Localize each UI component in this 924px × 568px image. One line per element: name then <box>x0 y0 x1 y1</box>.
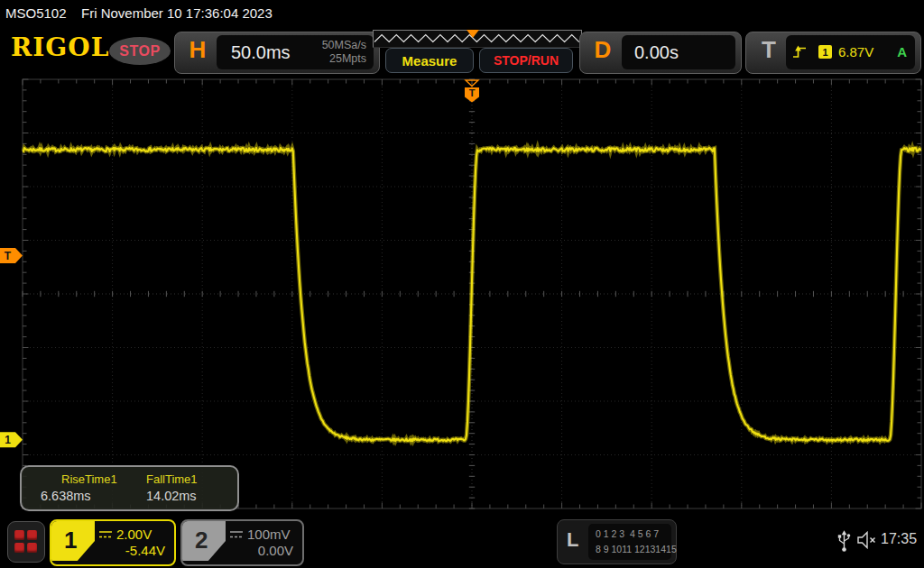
oscilloscope-screen: MSO5102 Fri November 10 17:36:04 2023 RI… <box>0 0 924 568</box>
logic-row2: 8 9 1011 12131415 <box>596 544 677 554</box>
channel1-scale-row: 2.00V <box>98 527 152 542</box>
measurement-panel[interactable]: RiseTime1 6.638ms FallTime1 14.02ms <box>20 465 239 511</box>
channel1-scale: 2.00V <box>116 527 152 542</box>
svg-text:T: T <box>5 250 12 262</box>
waveform-overview-strip[interactable] <box>373 30 582 48</box>
trigger-level-value: 6.87V <box>838 44 873 60</box>
trigger-panel[interactable]: T 1 6.87V A <box>745 32 921 74</box>
svg-text:1: 1 <box>5 434 11 446</box>
datetime-text: Fri November 10 17:36:04 2023 <box>81 5 273 21</box>
svg-text:T: T <box>469 87 476 98</box>
sample-rate-memdepth: 50MSa/s 25Mpts <box>322 39 366 66</box>
trigger-source-badge: 1 <box>818 45 832 59</box>
channel2-offset: 0.00V <box>258 543 293 558</box>
measurement-value: 6.638ms <box>41 489 91 503</box>
quick-menu-button[interactable] <box>7 521 45 563</box>
horizontal-panel[interactable]: H 50.0ms 50MSa/s 25Mpts <box>174 32 380 74</box>
trigger-values: 1 6.87V A <box>786 35 915 69</box>
model-name: MSO5102 <box>5 5 67 21</box>
channel2-block[interactable]: 2 100mV 0.00V <box>180 519 304 566</box>
clock: 17:35 <box>881 531 917 547</box>
graticule[interactable]: T1T <box>0 76 924 514</box>
logic-channels-block[interactable]: L 0 1 2 3 4 5 6 78 9 1011 12131415 <box>557 519 677 564</box>
measurement-value: 14.02ms <box>146 489 197 503</box>
menu-grid-icon <box>14 530 37 553</box>
horizontal-label: H <box>183 36 212 64</box>
delay-panel[interactable]: D 0.00s <box>579 32 742 74</box>
timebase-value: 50.0ms <box>231 42 291 63</box>
measure-button[interactable]: Measure <box>385 48 474 73</box>
rising-edge-trigger-icon <box>792 44 808 60</box>
channel1-number: 1 <box>64 527 77 554</box>
channel2-scale-row: 100mV <box>229 527 291 542</box>
trigger-level-marker[interactable]: T <box>0 248 23 263</box>
channel2-scale: 100mV <box>247 527 291 542</box>
header-bar: RIGOL STOP H 50.0ms 50MSa/s 25Mpts Measu… <box>0 27 924 76</box>
usb-icon <box>837 529 851 553</box>
channel2-number: 2 <box>195 527 208 554</box>
delay-label: D <box>588 36 617 64</box>
dc-coupling-icon <box>229 530 244 539</box>
delay-value: 0.00s <box>634 42 679 63</box>
bottom-bar: 1 2.00V -5.44V 2 100mV 0.00V <box>0 514 924 568</box>
delay-values: 0.00s <box>622 35 735 69</box>
speaker-muted-icon[interactable] <box>856 531 879 549</box>
run-state-badge[interactable]: STOP <box>109 37 171 65</box>
rigol-logo: RIGOL <box>11 32 109 62</box>
stop-run-button[interactable]: STOP/RUN <box>479 48 573 73</box>
channel1-offset: -5.44V <box>125 543 165 558</box>
measurement-label: FallTime1 <box>146 472 198 486</box>
trigger-mode: A <box>897 44 907 60</box>
logic-label: L <box>567 528 578 552</box>
channel1-block[interactable]: 1 2.00V -5.44V <box>50 519 176 566</box>
top-status-bar: MSO5102 Fri November 10 17:36:04 2023 <box>0 0 924 27</box>
logic-row1: 0 1 2 3 4 5 6 7 <box>596 528 659 539</box>
sample-rate: 50MSa/s <box>322 39 366 51</box>
dc-coupling-icon <box>98 530 113 539</box>
channel1-position-marker[interactable]: 1 <box>0 432 23 447</box>
horizontal-values: 50.0ms 50MSa/s 25Mpts <box>217 35 374 69</box>
trigger-label: T <box>754 36 783 64</box>
measurement-label: RiseTime1 <box>61 472 117 486</box>
overview-trigger-marker[interactable] <box>467 30 479 38</box>
memory-depth: 25Mpts <box>329 52 366 65</box>
logic-channel-list: 0 1 2 3 4 5 6 78 9 1011 12131415 <box>588 524 671 560</box>
